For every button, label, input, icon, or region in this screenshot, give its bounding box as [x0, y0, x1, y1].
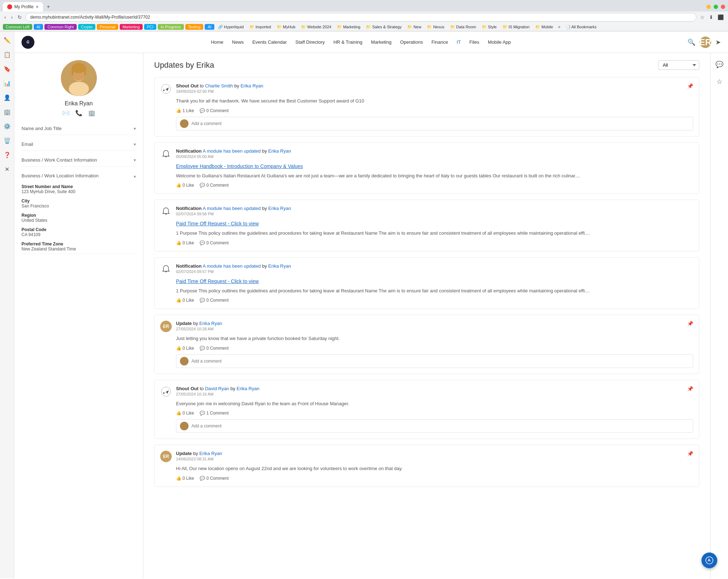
nav-news[interactable]: News: [232, 39, 244, 45]
module-updated-3[interactable]: A module has been updated: [203, 206, 261, 211]
comment-btn-2[interactable]: 💬 0 Comment: [200, 183, 228, 188]
comment-input-1[interactable]: [191, 121, 689, 126]
bookmark-tag-in-progress[interactable]: In Progress: [158, 24, 184, 30]
chat-icon-btn[interactable]: 💬: [714, 59, 725, 70]
close-window-button[interactable]: [721, 5, 725, 9]
maximize-button[interactable]: [714, 5, 718, 9]
nav-events[interactable]: Events Calendar: [252, 39, 287, 45]
bookmark-mobile[interactable]: 📁 Mobile: [533, 24, 555, 30]
star-icon-btn[interactable]: ☆: [714, 76, 725, 87]
like-btn-3[interactable]: 👍 0 Like: [176, 240, 194, 245]
feed-filter-select[interactable]: All Updates Shout Outs Notifications: [658, 60, 699, 70]
like-btn-5[interactable]: 👍 0 Like: [176, 346, 194, 351]
nav-mobile[interactable]: Mobile App: [488, 39, 511, 45]
post-pin-7[interactable]: 📌: [687, 451, 693, 456]
profile-section-email-header[interactable]: Email ▾: [22, 138, 136, 150]
comment-input-6[interactable]: [191, 424, 689, 429]
nav-hr[interactable]: HR & Training: [333, 39, 362, 45]
comment-btn-3[interactable]: 💬 0 Comment: [200, 240, 228, 245]
address-bar[interactable]: demo.myhubintranet.com/Activity-Wall/My-…: [25, 13, 696, 21]
like-btn-4[interactable]: 👍 0 Like: [176, 298, 194, 303]
profile-section-name-header[interactable]: Name and Job Title ▾: [22, 122, 136, 135]
bookmark-sales[interactable]: 📁 Sales & Strategy: [364, 24, 404, 30]
post-by-name-6[interactable]: Erika Ryan: [237, 386, 260, 391]
bookmark-tag-crypto[interactable]: Crypto: [78, 24, 95, 30]
trash-icon-btn[interactable]: 🗑️: [1, 135, 13, 146]
search-button[interactable]: 🔍: [687, 38, 695, 46]
comment-btn-6[interactable]: 💬 1 Comment: [200, 411, 228, 416]
bookmark-nexus[interactable]: 📁 Nexus: [425, 24, 446, 30]
phone-icon[interactable]: 📞: [75, 110, 82, 116]
forward-button[interactable]: ›: [10, 14, 14, 21]
bookmark-tag-pci[interactable]: PCI: [144, 24, 156, 30]
nav-home[interactable]: Home: [211, 39, 224, 45]
bookmark-icon-btn[interactable]: 🔖: [1, 63, 13, 75]
download-button[interactable]: ⬇: [708, 14, 715, 21]
bookmark-tag-testing[interactable]: Testing: [185, 24, 204, 30]
like-btn-7[interactable]: 👍 0 Like: [176, 476, 194, 481]
like-btn-6[interactable]: 👍 0 Like: [176, 411, 194, 416]
bookmark-marketing[interactable]: 📁 Marketing: [335, 24, 362, 30]
star-button[interactable]: ☆: [699, 14, 706, 21]
post-to-name-1[interactable]: Charlie Smith: [205, 83, 233, 88]
post-link-title-4[interactable]: Paid Time Off Request - Click to view: [176, 278, 693, 285]
more-bookmarks-button[interactable]: »: [557, 24, 562, 30]
reload-button[interactable]: ↻: [16, 14, 23, 21]
post-by-name-2[interactable]: Erika Ryan: [268, 148, 291, 154]
bookmark-tag-ai[interactable]: AI: [34, 24, 43, 30]
module-updated-4[interactable]: A module has been updated: [203, 263, 261, 269]
close-icon-btn[interactable]: ✕: [1, 163, 13, 175]
fab-button[interactable]: [701, 552, 717, 568]
comment-btn-5[interactable]: 💬 0 Comment: [200, 346, 228, 351]
comment-btn-1[interactable]: 💬 0 Comment: [200, 108, 228, 113]
profile-section-contact-header[interactable]: Business / Work Contact Information ▾: [22, 154, 136, 166]
post-pin-1[interactable]: 📌: [687, 83, 693, 89]
post-pin-5[interactable]: 📌: [687, 321, 693, 326]
person-icon-btn[interactable]: 👤: [1, 92, 13, 103]
bookmark-hyperliquid[interactable]: 🔗 Hyperliquid: [216, 24, 246, 30]
like-btn-1[interactable]: 👍 1 Like: [176, 108, 194, 113]
nav-operations[interactable]: Operations: [400, 39, 423, 45]
bookmark-tag-personal[interactable]: Personal: [97, 24, 118, 30]
bookmark-tag-ai2[interactable]: AI: [205, 24, 214, 30]
org-icon[interactable]: 🏢: [88, 110, 95, 116]
post-by-name-7[interactable]: Erika Ryan: [199, 451, 222, 456]
minimize-button[interactable]: [706, 5, 711, 9]
logout-button[interactable]: ➤: [715, 38, 721, 46]
module-updated-2[interactable]: A module has been updated: [203, 148, 261, 154]
all-bookmarks-link[interactable]: 📑 All Bookmarks: [563, 24, 599, 30]
nav-finance[interactable]: Finance: [432, 39, 448, 45]
post-by-name-1[interactable]: Erika Ryan: [241, 83, 263, 88]
nav-it[interactable]: IT: [457, 39, 461, 45]
help-icon-btn[interactable]: ❓: [1, 149, 13, 161]
post-by-name-3[interactable]: Erika Ryan: [268, 206, 291, 211]
bookmark-style[interactable]: 📁 Style: [480, 24, 499, 30]
bookmark-tag-common-right[interactable]: Common Right: [44, 24, 76, 30]
profile-section-location-header[interactable]: Business / Work Location Information ▴: [22, 169, 136, 182]
chart-icon-btn[interactable]: 📊: [1, 77, 13, 89]
like-btn-2[interactable]: 👍 0 Like: [176, 183, 194, 188]
comment-input-5[interactable]: [191, 359, 689, 364]
building-icon-btn[interactable]: 🏢: [1, 106, 13, 118]
bookmark-imported[interactable]: 📁 Imported: [247, 24, 273, 30]
post-by-name-5[interactable]: Erika Ryan: [199, 321, 222, 326]
extensions-button[interactable]: ⬛: [716, 14, 725, 21]
comment-btn-4[interactable]: 💬 0 Comment: [200, 298, 228, 303]
email-icon[interactable]: ✉️: [62, 110, 70, 116]
nav-files[interactable]: Files: [470, 39, 479, 45]
post-to-name-6[interactable]: David Ryan: [205, 386, 229, 391]
settings-icon-btn[interactable]: ⚙️: [1, 120, 13, 132]
bookmark-tag-common-left[interactable]: Common Left: [3, 24, 32, 30]
nav-staff[interactable]: Staff Directory: [295, 39, 325, 45]
comment-btn-7[interactable]: 💬 0 Comment: [200, 476, 228, 481]
bookmark-website[interactable]: 📁 Website 2024: [299, 24, 333, 30]
post-by-name-4[interactable]: Erika Ryan: [268, 263, 291, 269]
bookmark-tag-marketing[interactable]: Marketing: [120, 24, 143, 30]
active-tab[interactable]: My Profile ✕: [3, 2, 43, 11]
post-link-title-2[interactable]: Employee Handbook - Introduction to Comp…: [176, 163, 693, 170]
post-pin-6[interactable]: 📌: [687, 386, 693, 392]
back-button[interactable]: ‹: [3, 14, 8, 21]
list-icon-btn[interactable]: 📋: [1, 49, 13, 60]
tab-close-btn[interactable]: ✕: [35, 5, 39, 9]
post-link-title-3[interactable]: Paid Time Off Request - Click to view: [176, 220, 693, 228]
